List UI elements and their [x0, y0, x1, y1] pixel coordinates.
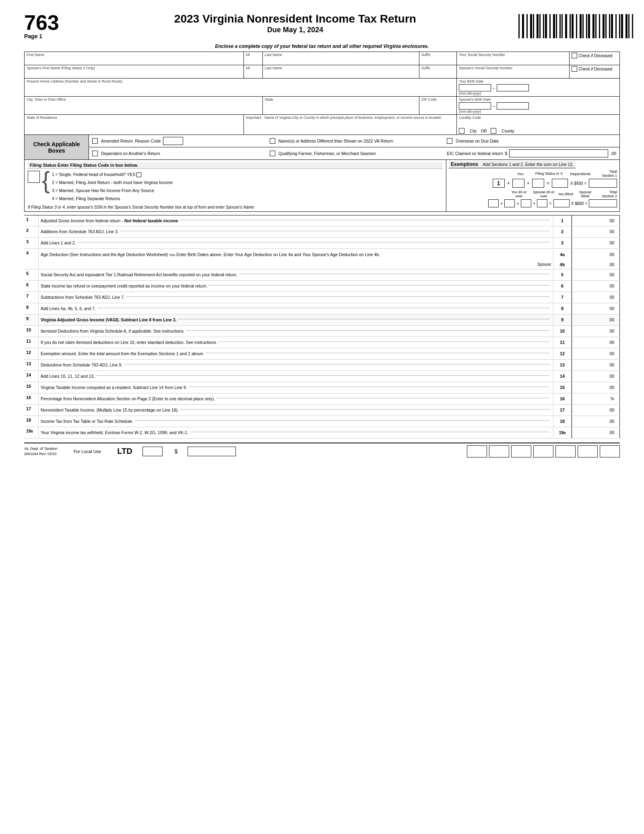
row-address: Present Home Address (Number and Street …	[25, 79, 620, 97]
line-10-amount[interactable]: 00	[572, 326, 620, 337]
overseas-option: Overseas on Due Date	[447, 137, 616, 145]
line-13-text: Deductions from Schedule 763 ADJ, Line 9…	[41, 362, 122, 367]
state-input[interactable]	[265, 101, 417, 109]
dependents-box[interactable]	[532, 179, 544, 188]
line-17-amount[interactable]: 00	[572, 405, 620, 416]
line-2-row: 2 Additions from Schedule 763 ADJ, Line …	[24, 226, 620, 238]
you-65-box[interactable]	[488, 199, 499, 207]
line-8-amount[interactable]: 00	[572, 303, 620, 314]
last-name-input[interactable]	[265, 57, 417, 64]
footer-box-7[interactable]	[600, 445, 620, 457]
virginia-locality-input[interactable]	[246, 120, 454, 127]
footer-dept-name: Va. Dept. of Taxation	[24, 446, 58, 451]
county-checkbox[interactable]	[491, 128, 496, 134]
residence-cell: State of Residence	[25, 115, 244, 135]
spouse-ssn-input[interactable]	[459, 70, 567, 77]
footer-amount-box[interactable]	[188, 447, 236, 456]
birth-date-input[interactable]	[459, 84, 491, 91]
spouse-deceased-checkbox[interactable]	[572, 66, 577, 72]
line-2-dots	[120, 231, 549, 231]
spouse-birth-date-format: (mm-dd-yyyy)	[459, 110, 617, 114]
footer-box-1[interactable]	[467, 445, 487, 457]
locality-code-input[interactable]	[459, 120, 617, 127]
line-2-amount[interactable]: 00	[572, 226, 620, 237]
line-7-text: Subtractions from Schedule 763 ADJ, Line…	[41, 295, 125, 300]
line-7-amount[interactable]: 00	[572, 292, 620, 303]
ssn-note: If Filing Status 3 or 4, enter spouse's …	[28, 205, 443, 209]
line-19a-amount[interactable]: 00	[572, 427, 620, 438]
spouse-first-name-input[interactable]	[27, 70, 242, 77]
filing-exemptions-section: Filing Status Enter Filing Status Code i…	[24, 160, 620, 212]
reason-code-input[interactable]	[163, 137, 183, 145]
footer-box-4[interactable]	[533, 445, 553, 457]
spouse-mi-label: MI	[246, 66, 260, 70]
spouse-mi-input[interactable]	[246, 70, 260, 77]
line-4b-amount[interactable]: 00	[572, 260, 620, 269]
line-15-amount[interactable]: 00	[572, 382, 620, 393]
last-name-label: Last Name	[265, 53, 417, 57]
dependent-checkbox[interactable]	[92, 151, 98, 156]
line-2-cents: 00	[609, 229, 614, 234]
suffix-input[interactable]	[421, 57, 454, 64]
line-4b-subrow: Spouse 4b 00	[24, 260, 620, 269]
line-16-amount[interactable]: %	[572, 393, 620, 404]
yes-checkbox[interactable]	[136, 172, 141, 177]
amended-checkbox[interactable]	[92, 138, 98, 144]
exemptions-section: Exemptions Add Sections 1 and 2. Enter t…	[446, 160, 619, 211]
line-7-ref: 7	[553, 292, 572, 303]
spouse-birth-date-input2[interactable]	[497, 102, 529, 110]
line-2-desc: Additions from Schedule 763 ADJ, Line 3.	[38, 226, 553, 237]
spouse-65-box[interactable]	[504, 199, 515, 207]
qualifying-farmer-checkbox[interactable]	[270, 151, 275, 156]
spouse-blind-box[interactable]	[537, 199, 547, 207]
footer-box-3[interactable]	[511, 445, 531, 457]
line-1-amount[interactable]: 00	[572, 215, 620, 226]
spouse-last-name-input[interactable]	[265, 70, 417, 77]
line-12-amount[interactable]: 00	[572, 348, 620, 359]
city-input[interactable]	[27, 101, 260, 109]
line-3-amount[interactable]: 00	[572, 238, 620, 248]
footer-box-5[interactable]	[555, 445, 576, 457]
ssn-input[interactable]	[459, 57, 567, 64]
city-checkbox[interactable]	[459, 128, 464, 134]
line-5-amount[interactable]: 00	[572, 269, 620, 280]
line-6-amount[interactable]: 00	[572, 281, 620, 292]
ltd-box[interactable]	[142, 447, 163, 456]
first-name-input[interactable]	[27, 57, 242, 64]
footer-dollar: $	[175, 448, 178, 455]
spouse-birth-date-input[interactable]	[459, 102, 491, 110]
spouse-last-name-cell: Last Name	[262, 65, 419, 79]
virginia-locality-label: Important - Name of Virginia City or Cou…	[246, 116, 454, 120]
lines-section: 1 Adjusted Gross Income from federal ret…	[24, 215, 620, 439]
address-input[interactable]	[27, 83, 454, 91]
s2-result-box	[589, 199, 617, 207]
exemptions-section1: You Filing Status or 3 Dependents Total …	[449, 170, 617, 188]
qualifying-farmer-option: Qualifying Farmer, Fisherman, or Merchan…	[270, 149, 439, 157]
footer-box-6[interactable]	[578, 445, 598, 457]
line-11-amount[interactable]: 00	[572, 337, 620, 348]
line-17-desc: Nonresident Taxable Income. (Multiply Li…	[38, 405, 553, 416]
eic-input[interactable]	[509, 149, 608, 157]
filing-status-box-ex[interactable]	[512, 179, 524, 188]
footer-box-2[interactable]	[489, 445, 509, 457]
first-name-label: First Name	[27, 53, 242, 57]
for-local-use-label: For Local Use	[74, 449, 101, 454]
zip-input[interactable]	[421, 101, 454, 109]
overseas-checkbox[interactable]	[447, 138, 452, 144]
line-14-amount[interactable]: 00	[572, 371, 620, 382]
name-address-checkbox[interactable]	[270, 138, 275, 144]
plus-s2-1: +	[500, 201, 503, 206]
line-9-amount[interactable]: 00	[572, 315, 620, 325]
spouse-suffix-input[interactable]	[421, 70, 454, 77]
check-options-col: Amended Return Reason Code Name(s) or Ad…	[89, 135, 619, 159]
deceased-checkbox[interactable]	[572, 53, 577, 58]
line-4a-amount[interactable]: 00	[572, 249, 620, 260]
mi-input[interactable]	[246, 57, 260, 64]
residence-input[interactable]	[27, 120, 242, 127]
birth-date-input2[interactable]	[497, 84, 529, 91]
line-18-amount[interactable]: 00	[572, 416, 620, 427]
check-deceased-row: Check if Deceased	[572, 53, 617, 58]
line-13-amount[interactable]: 00	[572, 360, 620, 370]
filing-status-box[interactable]	[28, 171, 40, 183]
you-blind-box[interactable]	[521, 199, 531, 207]
